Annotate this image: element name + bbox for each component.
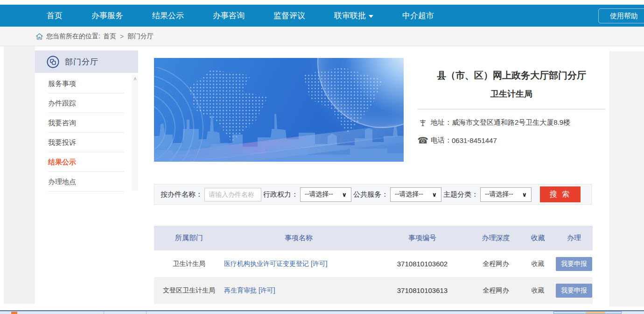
taskbar-button-group — [553, 311, 622, 314]
chevron-up-icon[interactable]: ∧ — [132, 75, 138, 82]
header-department: 所属部门 — [154, 234, 224, 243]
nav-item-home[interactable]: 首页 — [32, 5, 77, 27]
address-value: 威海市文登区通和路2号卫生大厦8.9楼 — [452, 118, 570, 127]
sidebar-item-locations[interactable]: 办理地点 — [48, 172, 124, 192]
sidebar-item-case-tracking[interactable]: 办件跟踪 — [48, 93, 124, 113]
right-gutter-band — [609, 51, 644, 307]
header-action: 办理 — [555, 234, 593, 243]
banner-city-skyline — [154, 110, 404, 162]
phone-value: 0631-8451447 — [452, 136, 497, 144]
admin-power-label: 行政权力： — [263, 190, 298, 199]
chevron-down-icon: ∨ — [432, 191, 437, 198]
item-name-label: 按办件名称： — [161, 190, 203, 199]
taskbar-app-icon — [11, 312, 17, 314]
nav-item-joint-approval[interactable]: 联审联批 — [320, 5, 388, 27]
item-tag: [许可] — [311, 260, 328, 267]
caret-down-icon — [369, 15, 373, 18]
phone-row: ☎ 电话： 0631-8451447 — [418, 136, 605, 145]
public-service-label: 公共服务： — [353, 190, 388, 199]
sidebar-header: 部门分厅 — [35, 50, 138, 73]
phone-label: 电话： — [431, 136, 452, 145]
row-processing-depth: 全程网办 — [471, 260, 520, 268]
breadcrumb-separator: > — [120, 33, 124, 40]
department-name: 卫生计生局 — [418, 88, 605, 100]
sidebar: 部门分厅 服务事项 办件跟踪 我要咨询 我要投诉 结果公示 办理地点 ∧ — [35, 50, 138, 192]
department-info: 县（市、区）网上政务大厅部门分厅 卫生计生局 地址： 威海市文登区通和路2号卫生… — [418, 69, 605, 145]
item-tag: [许可] — [259, 286, 275, 294]
favorite-link[interactable]: 收藏 — [520, 260, 555, 268]
left-gutter-band — [4, 46, 35, 304]
sidebar-item-complaint[interactable]: 我要投诉 — [48, 133, 124, 152]
nav-item-supervision[interactable]: 监督评议 — [259, 5, 320, 27]
breadcrumb-current: 部门分厅 — [127, 32, 154, 41]
title-divider — [418, 109, 605, 109]
department-hall-icon — [47, 56, 59, 68]
item-link[interactable]: 医疗机构执业许可证变更登记 [许可] — [224, 260, 328, 267]
item-link[interactable]: 再生育审批 [许可] — [224, 286, 275, 294]
taskbar-divider — [104, 311, 104, 314]
apply-button[interactable]: 我要申报 — [556, 257, 592, 271]
banner-image — [154, 58, 404, 162]
taskbar-active-button — [586, 312, 605, 314]
top-navigation: 首页 办事服务 结果公示 办事咨询 监督评议 联审联批 中介超市 使用帮助 — [0, 5, 644, 27]
nav-item-results[interactable]: 结果公示 — [138, 5, 198, 27]
sidebar-title: 部门分厅 — [65, 57, 98, 67]
breadcrumb-home-link[interactable]: 首页 — [103, 32, 116, 41]
header-processing-depth: 办理深度 — [471, 234, 520, 243]
admin-power-select[interactable]: --请选择-- ∨ — [300, 187, 351, 202]
table-row: 文登区卫生计生局 再生育审批 [许可] 3710810103613 全程网办 收… — [154, 277, 593, 304]
header-favorite: 收藏 — [520, 234, 555, 243]
sidebar-item-consult[interactable]: 我要咨询 — [48, 113, 124, 133]
apply-button[interactable]: 我要申报 — [556, 284, 592, 298]
row-item-code: 3710810103613 — [373, 286, 471, 294]
results-table: 所属部门 事项名称 事项编号 办理深度 收藏 办理 卫生计生局 医疗机构执业许可… — [154, 226, 593, 304]
taskbar-edge — [0, 310, 644, 314]
sidebar-scrollbar[interactable]: ∧ — [132, 75, 138, 191]
chevron-down-icon: ∨ — [522, 191, 527, 198]
table-row: 卫生计生局 医疗机构执业许可证变更登记 [许可] 3710810103602 全… — [154, 250, 593, 277]
home-icon — [36, 33, 43, 40]
row-department: 卫生计生局 — [154, 260, 224, 268]
search-button[interactable]: 搜 索 — [540, 186, 581, 202]
nav-item-consult[interactable]: 办事咨询 — [198, 5, 259, 27]
breadcrumb-prefix: 您当前所在的位置: — [46, 32, 100, 41]
topic-category-label: 主题分类： — [443, 190, 478, 199]
public-service-select[interactable]: --请选择-- ∨ — [390, 187, 441, 202]
taskbar-divider — [146, 311, 147, 314]
sidebar-item-service-matters[interactable]: 服务事项 — [48, 74, 124, 93]
favorite-link[interactable]: 收藏 — [520, 286, 555, 295]
nav-item-services[interactable]: 办事服务 — [77, 5, 138, 27]
nav-item-intermediary[interactable]: 中介超市 — [388, 5, 448, 27]
breadcrumb: 您当前所在的位置: 首页 > 部门分厅 — [0, 27, 644, 46]
address-label: 地址： — [431, 118, 452, 127]
row-processing-depth: 全程网办 — [471, 286, 520, 295]
sidebar-menu: 服务事项 办件跟踪 我要咨询 我要投诉 结果公示 办理地点 ∧ — [35, 73, 138, 192]
address-row: 地址： 威海市文登区通和路2号卫生大厦8.9楼 — [418, 118, 605, 127]
help-button[interactable]: 使用帮助 — [598, 8, 644, 23]
item-name-input[interactable] — [204, 188, 261, 201]
phone-icon: ☎ — [418, 137, 428, 144]
topic-category-select[interactable]: --请选择-- ∨ — [480, 187, 532, 202]
header-item-name: 事项名称 — [224, 234, 373, 243]
header-item-code: 事项编号 — [373, 234, 471, 243]
row-item-code: 3710810103602 — [373, 260, 471, 268]
address-signpost-icon — [418, 119, 428, 127]
row-department: 文登区卫生计生局 — [154, 286, 224, 295]
table-header-row: 所属部门 事项名称 事项编号 办理深度 收藏 办理 — [154, 226, 593, 250]
page-title: 县（市、区）网上政务大厅部门分厅 — [418, 69, 605, 82]
search-bar: 按办件名称： 行政权力： --请选择-- ∨ 公共服务： --请选择-- ∨ 主… — [154, 184, 592, 205]
chevron-down-icon: ∨ — [342, 191, 347, 198]
sidebar-item-results-active[interactable]: 结果公示 — [48, 152, 124, 172]
